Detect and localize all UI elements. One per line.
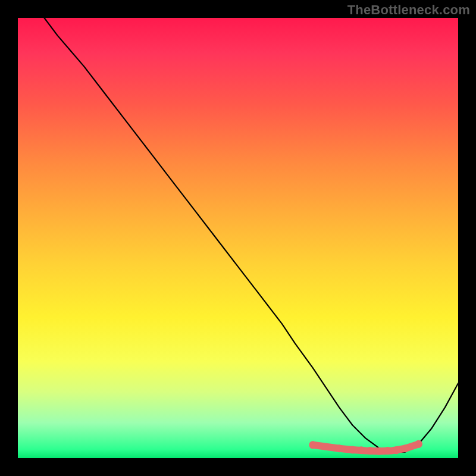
optimal-zone-dot [384, 447, 392, 455]
optimal-zone-dot [393, 446, 400, 454]
optimal-zone-dot [309, 441, 317, 449]
optimal-zone-dot [358, 446, 365, 454]
chart-svg [18, 18, 458, 458]
chart-plot-area [18, 18, 458, 458]
optimal-zone-dot [336, 444, 343, 452]
optimal-zone-dot [367, 447, 374, 455]
optimal-zone-dot [375, 447, 383, 455]
optimal-zone-dot [415, 440, 422, 448]
optimal-zone-dot [402, 444, 409, 452]
optimal-zone-dot [349, 446, 356, 453]
watermark: TheBottleneck.com [347, 2, 470, 18]
chart-frame: TheBottleneck.com [0, 0, 476, 476]
bottleneck-curve [44, 18, 458, 452]
